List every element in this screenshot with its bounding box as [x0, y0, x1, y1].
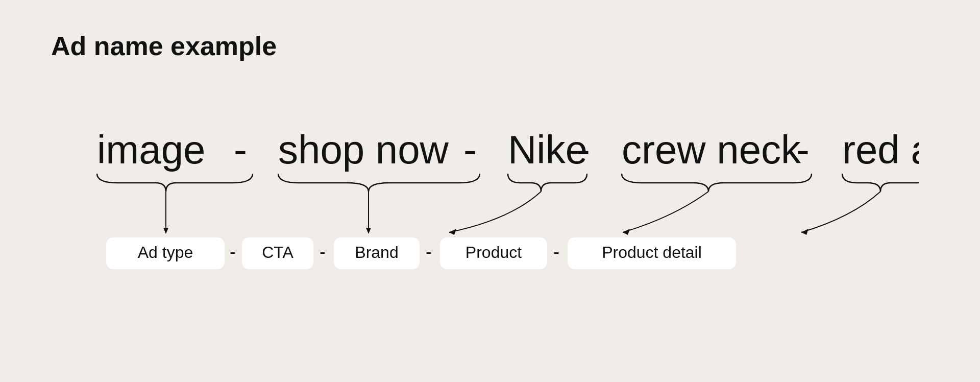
dash3: - [426, 241, 432, 262]
brace-shop-now [278, 174, 480, 192]
diagram: image - shop now - Nike - crew neck - re… [51, 102, 919, 278]
label-product-detail: Product detail [602, 243, 702, 261]
brace-crew-neck [622, 174, 812, 192]
dash4: - [553, 241, 559, 262]
sep4: - [796, 127, 810, 172]
label-ad-type: Ad type [138, 243, 193, 261]
brace-red-and-black [842, 174, 919, 192]
arrow-crew-neck [623, 192, 708, 232]
formula-shop-now: shop now [278, 127, 449, 172]
arrow-red-and-black [801, 192, 880, 232]
page-title: Ad name example [51, 31, 277, 61]
arrowhead-red-and-black [801, 229, 808, 235]
arrowhead-shop-now [366, 228, 371, 234]
label-brand: Brand [355, 243, 398, 261]
arrowhead-image [163, 228, 168, 234]
arrow-nike [449, 192, 541, 232]
brace-image [97, 174, 253, 192]
dash2: - [320, 241, 326, 262]
formula-red-and-black: red and black [842, 127, 919, 172]
formula-crew-neck: crew neck [622, 127, 801, 172]
formula-image: image [97, 127, 205, 172]
arrowhead-nike [449, 229, 456, 235]
dash1: - [230, 241, 236, 262]
arrowhead-crew-neck [623, 229, 630, 235]
sep2: - [463, 127, 477, 172]
sep3: - [577, 127, 590, 172]
label-cta: CTA [262, 243, 293, 261]
diagram-svg: image - shop now - Nike - crew neck - re… [51, 102, 919, 276]
label-product: Product [465, 243, 522, 261]
sep1: - [234, 127, 247, 172]
formula-nike: Nike [508, 127, 587, 172]
brace-nike [508, 174, 587, 192]
